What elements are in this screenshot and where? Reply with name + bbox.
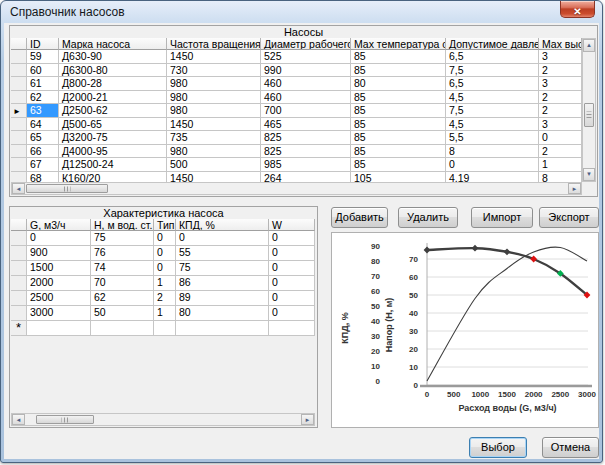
row-marker[interactable]	[11, 131, 27, 145]
row-marker-header[interactable]	[11, 38, 27, 50]
scroll-left-button[interactable]: ◄	[12, 414, 25, 425]
table-row[interactable]: ►63Д2500-62980700857,52	[11, 104, 582, 118]
table-cell[interactable]: 80	[176, 306, 269, 321]
table-cell[interactable]: 0	[269, 291, 315, 306]
table-cell[interactable]: 0	[269, 276, 315, 291]
delete-button[interactable]: Удалить	[398, 207, 458, 228]
table-cell[interactable]: 50	[91, 306, 154, 321]
table-row[interactable]: 62Д2000-21980460854,52	[11, 91, 582, 105]
table-cell[interactable]: 62	[91, 291, 154, 306]
table-cell[interactable]	[154, 321, 176, 336]
table-cell[interactable]: 0	[446, 158, 539, 172]
table-cell[interactable]: Д2000-21	[59, 91, 167, 105]
table-cell[interactable]: 6,5	[446, 50, 539, 64]
table-cell[interactable]: 5,5	[446, 131, 539, 145]
table-cell[interactable]: 0	[269, 246, 315, 261]
table-cell[interactable]: 8	[539, 172, 582, 183]
table-cell[interactable]: 80	[351, 77, 446, 91]
row-marker[interactable]	[11, 91, 27, 105]
scroll-down-button[interactable]: ▼	[583, 168, 595, 181]
row-marker[interactable]	[11, 50, 27, 64]
table-cell[interactable]: 500	[167, 158, 261, 172]
select-button[interactable]: Выбор	[469, 437, 527, 458]
table-cell[interactable]: 4,5	[446, 91, 539, 105]
table-cell[interactable]	[176, 321, 269, 336]
import-button[interactable]: Импорт	[471, 207, 533, 228]
table-cell[interactable]: 70	[91, 276, 154, 291]
table-cell[interactable]: Д630-90	[59, 50, 167, 64]
table-cell[interactable]: 62	[27, 91, 59, 105]
table-cell[interactable]: 8	[446, 145, 539, 159]
row-marker[interactable]	[11, 291, 27, 306]
pumps-horizontal-scrollbar[interactable]: ◄ ►	[11, 182, 582, 195]
table-cell[interactable]: 85	[351, 64, 446, 78]
table-cell[interactable]: 3	[539, 77, 582, 91]
export-button[interactable]: Экспорт	[539, 207, 599, 228]
table-cell[interactable]	[91, 321, 154, 336]
table-cell[interactable]: 85	[351, 118, 446, 132]
column-header[interactable]: Диаметр рабочего ко	[261, 38, 351, 50]
table-cell[interactable]: 85	[351, 91, 446, 105]
table-cell[interactable]: 825	[261, 131, 351, 145]
table-row[interactable]: 1500740750	[11, 261, 315, 276]
table-row[interactable]: 2500622890	[11, 291, 315, 306]
row-marker[interactable]	[11, 231, 27, 246]
table-cell[interactable]: 3000	[27, 306, 91, 321]
table-cell[interactable]: 7,5	[446, 64, 539, 78]
table-cell[interactable]: 105	[351, 172, 446, 183]
table-cell[interactable]: 1450	[167, 172, 261, 183]
table-cell[interactable]: 75	[91, 231, 154, 246]
scroll-left-button[interactable]: ◄	[12, 183, 25, 194]
table-cell[interactable]: 0	[154, 261, 176, 276]
row-marker[interactable]	[11, 246, 27, 261]
table-cell[interactable]: 980	[167, 104, 261, 118]
horizontal-scroll-thumb[interactable]	[36, 415, 94, 424]
table-cell[interactable]: 2	[154, 291, 176, 306]
table-cell[interactable]: 86	[176, 276, 269, 291]
table-cell[interactable]: 66	[27, 145, 59, 159]
column-header[interactable]: ID	[27, 38, 59, 50]
row-marker[interactable]	[11, 261, 27, 276]
table-cell[interactable]: 75	[176, 261, 269, 276]
row-marker[interactable]	[11, 172, 27, 183]
table-cell[interactable]: Д800-28	[59, 77, 167, 91]
close-button[interactable]: ✕	[560, 1, 595, 18]
table-row[interactable]: 075000	[11, 231, 315, 246]
titlebar[interactable]: Справочник насосов ✕	[1, 1, 602, 23]
table-cell[interactable]: 735	[167, 131, 261, 145]
row-marker[interactable]	[11, 77, 27, 91]
table-cell[interactable]: 2500	[27, 291, 91, 306]
table-cell[interactable]: 0	[176, 231, 269, 246]
table-cell[interactable]: 2	[539, 104, 582, 118]
column-header[interactable]: W	[269, 219, 315, 231]
table-cell[interactable]: 85	[351, 104, 446, 118]
table-cell[interactable]: 2	[539, 91, 582, 105]
table-cell[interactable]: 0	[27, 231, 91, 246]
table-row[interactable]: 67Д12500-245009858501	[11, 158, 582, 172]
table-cell[interactable]: Д3200-75	[59, 131, 167, 145]
table-row[interactable]: 2000701860	[11, 276, 315, 291]
column-header[interactable]: Мах высота	[539, 38, 582, 50]
table-row[interactable]: 61Д800-28980460806,53	[11, 77, 582, 91]
table-cell[interactable]: 3	[539, 50, 582, 64]
table-cell[interactable]: 700	[261, 104, 351, 118]
table-cell[interactable]: Д12500-24	[59, 158, 167, 172]
table-cell[interactable]: 89	[176, 291, 269, 306]
table-row[interactable]: 3000501800	[11, 306, 315, 321]
table-cell[interactable]: Д500-65	[59, 118, 167, 132]
table-cell[interactable]	[27, 321, 91, 336]
table-cell[interactable]: 1450	[167, 50, 261, 64]
table-cell[interactable]: 2000	[27, 276, 91, 291]
table-cell[interactable]: 67	[27, 158, 59, 172]
table-cell[interactable]: 825	[261, 145, 351, 159]
characteristics-horizontal-scrollbar[interactable]: ◄ ►	[11, 413, 315, 426]
table-cell[interactable]: Д4000-95	[59, 145, 167, 159]
column-header[interactable]: Марка насоса	[59, 38, 167, 50]
table-cell[interactable]: 85	[351, 158, 446, 172]
table-row[interactable]: 64Д500-651450465854,53	[11, 118, 582, 132]
cancel-button[interactable]: Отмена	[542, 437, 599, 458]
table-cell[interactable]: 4.19	[446, 172, 539, 183]
table-cell[interactable]: 0	[269, 261, 315, 276]
column-header[interactable]: G, м3/ч	[27, 219, 91, 231]
scroll-right-button[interactable]: ►	[568, 183, 581, 194]
